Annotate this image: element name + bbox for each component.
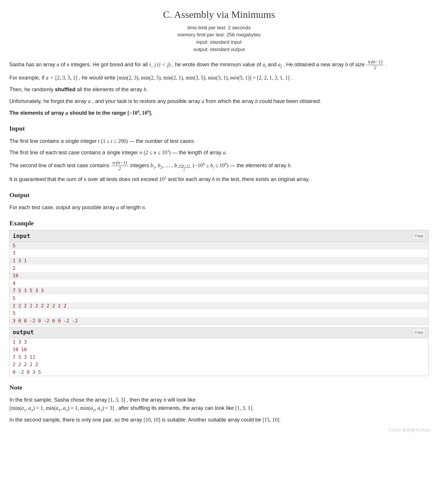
text: , he wrote down the minimum value of [172, 62, 262, 67]
text: over all tests does not exceed [88, 176, 159, 182]
statement-p4: Unfortunately, he forgot the array a , a… [9, 97, 429, 106]
input-file: input: standard input [9, 39, 429, 46]
example-input-block: input Copy 531 3 121047 5 3 5 3 352 2 2 … [9, 230, 429, 325]
text: , he would write [79, 75, 117, 81]
example-output-line: 2 2 2 2 2 [10, 361, 428, 368]
bold-shuffled: shuffled [55, 87, 75, 92]
text: , then the array [127, 397, 164, 403]
text: of size [349, 62, 366, 67]
section-note: Note [9, 383, 429, 393]
copy-input-button[interactable]: Copy [412, 232, 425, 239]
example-input-line: 2 2 2 2 2 2 2 2 2 2 [10, 302, 428, 310]
text: should be in the range [70, 110, 127, 116]
text: and for each array [168, 176, 212, 182]
text: in the test, there exists an original ar… [216, 176, 310, 182]
example-input-line: 3 [10, 249, 428, 257]
text: , after shuffling its elements, the arra… [115, 405, 235, 411]
output-p1: For each test case, output any possible … [9, 204, 429, 212]
text: integers [130, 163, 151, 168]
section-example: Example [9, 218, 429, 228]
text: — the elements of array [230, 163, 288, 168]
text: In the first sample, Sasha chose the arr… [9, 397, 108, 403]
example-output-line: 10 10 [10, 346, 428, 354]
input-p3: The second line of each test case contai… [9, 160, 429, 172]
text: could have been obtained. [259, 98, 321, 104]
text: from which the array [206, 98, 255, 104]
statement-p1: Sasha has an array a of n integers. He g… [9, 60, 429, 70]
text: is suitable. Another suitable array coul… [162, 417, 262, 423]
text: . [279, 417, 281, 423]
text: integers. He got bored and for all [71, 62, 149, 67]
statement-p2: For example, if a = [2, 3, 5, 1] , he wo… [9, 74, 429, 82]
example-output-body: 1 3 310 107 5 3 122 2 2 2 20 -2 0 3 5 [10, 338, 428, 376]
time-limit: time limit per test: 2 seconds [9, 24, 429, 32]
input-p1: The first line contains a single integer… [9, 137, 429, 146]
text: For example, if [9, 75, 46, 81]
text: — the number of test cases. [129, 138, 195, 144]
example-input-line: 5 [10, 242, 428, 250]
input-p4: It is guaranteed that the sum of n over … [9, 175, 429, 184]
section-output: Output [9, 190, 429, 200]
note-p2: In the second sample, there is only one … [9, 416, 429, 424]
example-output-line: 0 -2 0 3 5 [10, 368, 428, 376]
text: all the elements of the array [77, 87, 144, 92]
example-input-line: 1 3 1 [10, 257, 428, 265]
text: In the second sample, there is only one … [9, 417, 144, 423]
example-input-line: 5 [10, 309, 428, 317]
text: The second line of each test case contai… [9, 163, 111, 168]
watermark: CSDN @想要AC的sjh [389, 427, 431, 434]
copy-output-button[interactable]: Copy [412, 329, 425, 336]
example-input-line: 5 [10, 295, 428, 302]
text: . [291, 75, 292, 81]
output-file: output: standard output [9, 46, 429, 53]
text: , and your task is to restore any possib… [92, 98, 202, 104]
text: and [268, 62, 278, 67]
text: will look like [168, 397, 196, 403]
example-input-line: 4 [10, 280, 428, 287]
text: Then, he randomly [9, 87, 55, 92]
note-p1: In the first sample, Sasha chose the arr… [9, 396, 429, 412]
text: The elements of array [9, 110, 65, 116]
text: . [290, 163, 292, 168]
example-input-line: 2 [10, 265, 428, 272]
example-input-body: 531 3 121047 5 3 5 3 352 2 2 2 2 2 2 2 2… [10, 242, 428, 325]
example-input-line: 7 5 3 5 3 3 [10, 287, 428, 295]
text: . He obtained a new array [283, 62, 345, 67]
text: Unfortunately, he forgot the array [9, 98, 88, 104]
text: The first line of each test case contain… [9, 150, 139, 155]
example-input-label: input [13, 231, 30, 241]
example-input-line: 10 [10, 272, 428, 280]
text: . [225, 150, 227, 155]
text: . [151, 110, 152, 116]
text: of length [120, 204, 142, 210]
text: The first line contains a single integer [9, 138, 98, 144]
example-output-line: 7 5 3 12 [10, 354, 428, 361]
text: . [252, 405, 254, 411]
example-output-line: 1 3 3 [10, 338, 428, 346]
text: It is guaranteed that the sum of [9, 176, 84, 182]
text: of [61, 62, 67, 67]
statement-p5: The elements of array a should be in the… [9, 109, 429, 117]
text: For each test case, output any possible … [9, 204, 116, 210]
memory-limit: memory limit per test: 256 megabytes [9, 31, 429, 39]
text: . [145, 204, 146, 210]
limits-block: time limit per test: 2 seconds memory li… [9, 24, 429, 53]
text: . [146, 87, 148, 92]
example-input-line: 3 0 0 -2 0 -2 0 0 -2 -2 [10, 317, 428, 325]
statement-p3: Then, he randomly shuffled all the eleme… [9, 86, 429, 94]
text: — the length of array [172, 150, 223, 155]
problem-title: C. Assembly via Minimums [9, 7, 429, 23]
section-input: Input [9, 124, 429, 133]
text: Sasha has an array [9, 62, 57, 67]
example-output-label: output [13, 328, 34, 337]
input-p2: The first line of each test case contain… [9, 149, 429, 157]
example-output-block: output Copy 1 3 310 107 5 3 122 2 2 2 20… [9, 327, 429, 376]
text: . [385, 62, 387, 67]
